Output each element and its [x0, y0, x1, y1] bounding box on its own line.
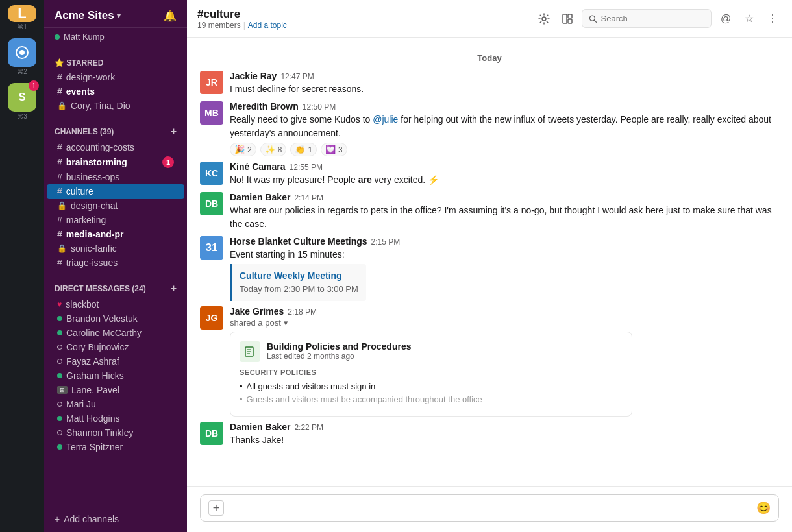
lock-icon: 🔒: [57, 101, 67, 110]
hash-icon: #: [57, 215, 62, 225]
sidebar-item-design-chat[interactable]: 🔒 design-chat: [47, 199, 184, 213]
sidebar-item-label: sonic-fanfic: [71, 243, 117, 254]
message-author[interactable]: Jake Grimes: [230, 306, 284, 317]
message-author[interactable]: Damien Baker: [230, 192, 290, 202]
sidebar-item-events[interactable]: # events: [47, 84, 184, 99]
plus-icon: +: [55, 514, 60, 524]
dm-item-slackbot[interactable]: ♥ slackbot: [47, 297, 184, 311]
sidebar-item-label: accounting-costs: [66, 142, 134, 152]
dm-item-terra[interactable]: Terra Spitzner: [47, 440, 184, 454]
sidebar-item-triage-issues[interactable]: # triage-issues: [47, 256, 184, 270]
reaction-clap[interactable]: 👏1: [290, 143, 317, 156]
search-input[interactable]: [601, 14, 704, 23]
calendar-event[interactable]: Culture Weekly Meeting Today from 2:30 P…: [230, 264, 366, 301]
reaction-heart[interactable]: 💟3: [321, 143, 347, 156]
starred-section-title: ⭐ STARRED: [44, 58, 187, 70]
app-icon-2[interactable]: [8, 38, 36, 67]
message-input[interactable]: [229, 503, 751, 513]
dm-item-fayaz[interactable]: Fayaz Ashraf: [47, 354, 184, 369]
offline-dot: [57, 345, 62, 350]
shortcut-1: ⌘1: [17, 23, 27, 30]
avatar: JG: [200, 306, 223, 330]
document-icon: [240, 341, 260, 362]
sidebar-item-brainstorming[interactable]: # brainstorming 1: [47, 154, 184, 170]
multi-avatar-icon: ⊞: [57, 386, 68, 394]
message-author[interactable]: Jackie Ray: [230, 71, 277, 81]
post-section-title: SECURITY POLICIES: [240, 369, 623, 376]
sidebar-item-label: culture: [66, 186, 93, 197]
shortcut-2: ⌘2: [17, 68, 27, 75]
online-dot: [57, 416, 62, 421]
message-header: Jackie Ray 12:47 PM: [230, 71, 779, 81]
more-icon[interactable]: ⋮: [763, 10, 782, 28]
settings-icon[interactable]: [535, 10, 553, 28]
hash-icon: #: [57, 142, 62, 152]
message-header: Kiné Camara 12:55 PM: [230, 162, 779, 172]
bell-icon[interactable]: 🔔: [164, 10, 177, 22]
workspace-name[interactable]: Acme Sites ▾: [55, 9, 121, 22]
add-channel-button[interactable]: + Add channels: [55, 514, 177, 524]
post-bullet-1: All guests and visitors must sign in: [240, 380, 623, 394]
reaction-sparkle[interactable]: ✨8: [260, 143, 287, 156]
event-title[interactable]: Culture Weekly Meeting: [240, 269, 358, 283]
message-time: 2:15 PM: [371, 237, 401, 247]
sidebar-item-sonic-fanfic[interactable]: 🔒 sonic-fanfic: [47, 241, 184, 256]
emoji-button[interactable]: 😊: [756, 501, 771, 515]
message-time: 12:47 PM: [280, 72, 314, 81]
sidebar-item-label: business-ops: [66, 172, 120, 182]
channel-title-area: #culture 19 members | Add a topic: [197, 8, 527, 30]
svg-point-1: [19, 50, 25, 55]
sidebar-item-cory-tina-dio[interactable]: 🔒 Cory, Tina, Dio: [47, 99, 184, 113]
sidebar-item-marketing[interactable]: # marketing: [47, 213, 184, 227]
message-author[interactable]: Damien Baker: [230, 422, 290, 432]
star-icon[interactable]: ☆: [740, 10, 758, 28]
search-box[interactable]: [582, 9, 712, 28]
message-time: 12:55 PM: [290, 163, 323, 172]
dm-item-caroline[interactable]: Caroline McCarthy: [47, 326, 184, 340]
message-row: DB Damien Baker 2:14 PM What are our pol…: [187, 189, 792, 234]
sidebar-item-design-work[interactable]: # design-work: [47, 70, 184, 84]
starred-label: ⭐ STARRED: [55, 58, 103, 67]
dm-label: Cory Bujnowicz: [66, 342, 129, 352]
dm-section-title: DIRECT MESSAGES (24) +: [44, 283, 187, 297]
message-row: MB Meredith Brown 12:50 PM Really need t…: [187, 99, 792, 159]
dm-label: Caroline McCarthy: [66, 328, 142, 338]
dm-item-mari[interactable]: Mari Ju: [47, 397, 184, 411]
svg-rect-4: [568, 14, 572, 18]
add-channel-icon[interactable]: +: [171, 126, 177, 138]
app-icon-main[interactable]: L: [8, 5, 36, 22]
at-icon[interactable]: @: [717, 10, 735, 28]
post-card[interactable]: Building Policies and Procedures Last ed…: [230, 332, 632, 417]
sidebar-header: Acme Sites ▾ 🔔: [44, 0, 187, 28]
dm-item-cory[interactable]: Cory Bujnowicz: [47, 340, 184, 354]
dm-item-graham[interactable]: Graham Hicks: [47, 369, 184, 383]
sidebar-item-accounting-costs[interactable]: # accounting-costs: [47, 140, 184, 154]
sidebar: Acme Sites ▾ 🔔 Matt Kump ⭐ STARRED # des…: [44, 0, 187, 532]
message-text: Really need to give some Kudos to @julie…: [230, 113, 779, 140]
dm-item-brandon[interactable]: Brandon Velestuk: [47, 311, 184, 326]
sidebar-item-label: marketing: [66, 215, 106, 225]
sidebar-footer: + Add channels: [44, 506, 187, 532]
reaction-party[interactable]: 🎉2: [230, 143, 256, 156]
layout-icon[interactable]: [558, 10, 576, 28]
sidebar-item-culture[interactable]: # culture: [47, 184, 184, 199]
shared-post-label: shared a post ▾: [230, 318, 779, 328]
add-topic-link[interactable]: Add a topic: [248, 21, 287, 30]
dm-item-lane-pavel[interactable]: ⊞ Lane, Pavel: [47, 383, 184, 397]
add-dm-icon[interactable]: +: [171, 283, 177, 295]
sidebar-item-media-and-pr[interactable]: # media-and-pr: [47, 227, 184, 241]
message-input-area: + 😊: [187, 486, 792, 532]
add-attachment-button[interactable]: +: [208, 500, 224, 516]
message-content: Jackie Ray 12:47 PM I must decline for s…: [230, 71, 779, 96]
message-author[interactable]: Kiné Camara: [230, 162, 286, 172]
user-status: Matt Kump: [44, 28, 187, 48]
dm-item-shannon[interactable]: Shannon Tinkley: [47, 426, 184, 440]
message-author[interactable]: Meredith Brown: [230, 101, 299, 112]
sidebar-item-business-ops[interactable]: # business-ops: [47, 170, 184, 184]
avatar: KC: [200, 162, 223, 185]
message-header: Meredith Brown 12:50 PM: [230, 101, 779, 112]
heart-icon: ♥: [57, 300, 62, 309]
dm-item-matt[interactable]: Matt Hodgins: [47, 411, 184, 426]
mention[interactable]: @julie: [373, 114, 398, 125]
message-author[interactable]: Horse Blanket Culture Meetings: [230, 236, 367, 247]
